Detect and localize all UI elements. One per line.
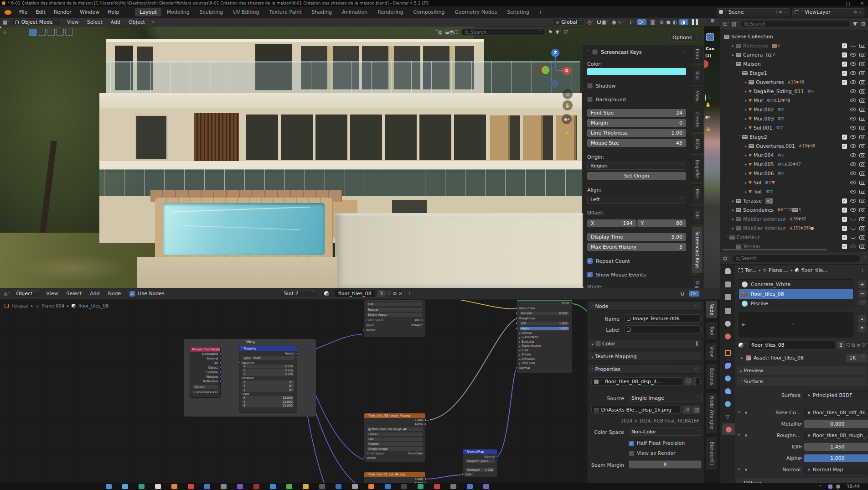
users-count[interactable]: 3	[377, 290, 386, 297]
shading-solid-icon[interactable]: ●	[666, 19, 671, 25]
hide-eye-icon[interactable]	[850, 181, 856, 184]
node-socket[interactable]	[363, 457, 365, 459]
shading-wireframe-icon[interactable]: ⊕	[660, 19, 664, 25]
gizmo-x-ball[interactable]	[704, 60, 708, 68]
sidebar-tab-edit[interactable]: Edit	[691, 206, 703, 224]
resolution-dropdown[interactable]: 1K ˅	[846, 354, 867, 362]
disable-render-icon[interactable]	[859, 71, 865, 75]
taskbar-app-icon[interactable]	[401, 484, 407, 489]
disable-render-icon[interactable]	[859, 53, 865, 57]
outliner-row[interactable]: ▸▼Sol.001⚙▽	[720, 123, 868, 132]
properties-tab-material[interactable]	[722, 423, 735, 435]
align-dropdown[interactable]: Left˅	[587, 196, 686, 203]
outliner-row[interactable]: ▸Mobiler extérieur⅄36▼62✓	[720, 214, 868, 224]
taskbar-app-icon[interactable]	[106, 484, 112, 489]
node-socket[interactable]	[516, 327, 518, 329]
outliner-row[interactable]: ▸▼Toit⚙▽	[720, 187, 868, 196]
shader-menu-add[interactable]: Add	[86, 291, 103, 297]
hide-eye-icon[interactable]	[850, 153, 856, 157]
pin-icon[interactable]: ⟟	[776, 10, 777, 15]
expander-icon[interactable]: ▸	[730, 53, 736, 57]
resize-grip[interactable]: ∷	[792, 322, 795, 326]
fake-user-shield-icon[interactable]: ⛉	[847, 342, 850, 348]
expander-icon[interactable]: ▸	[743, 172, 749, 176]
exclude-checkbox[interactable]: ✓	[842, 52, 847, 57]
node-socket[interactable]	[219, 362, 222, 364]
disable-render-icon[interactable]	[859, 62, 865, 66]
zoom-button[interactable]	[563, 89, 573, 99]
hide-eye-icon[interactable]	[850, 144, 856, 148]
property-field-roughn[interactable]: floor_tiles_08_rough_...	[804, 432, 868, 439]
clock[interactable]: 10:44	[847, 484, 860, 489]
exclude-checkbox[interactable]: ✓	[842, 226, 847, 231]
workspace-tab-modeling[interactable]: Modeling	[162, 8, 194, 16]
taskbar-app-icon[interactable]	[188, 484, 194, 489]
material-slot[interactable]: Piscine	[739, 299, 853, 308]
close-button[interactable]: ✕	[856, 1, 868, 6]
bookmark-icon[interactable]: ⚑	[548, 29, 553, 35]
outliner-search-input[interactable]	[750, 21, 847, 26]
preview-up-button[interactable]: ▲	[858, 315, 866, 323]
add-workspace-button[interactable]: +	[534, 8, 547, 16]
taskbar-app-icon[interactable]	[204, 484, 210, 489]
property-field-baseco[interactable]: floor_tiles_08_diff_4k...	[804, 409, 868, 417]
node-socket[interactable]	[461, 473, 464, 475]
taskbar-app-icon[interactable]	[385, 484, 391, 489]
select-mode-icon[interactable]	[65, 29, 73, 36]
play-icon[interactable]: ▶	[742, 322, 745, 327]
overlay-dropdown[interactable]: ◒◓⛶	[445, 29, 458, 35]
disable-render-icon[interactable]	[859, 199, 865, 203]
disable-render-icon[interactable]	[859, 217, 865, 221]
outliner-row[interactable]: ▸▼Mur.003⚙▽	[720, 114, 868, 123]
workspace-tab-uv-editing[interactable]: UV Editing	[228, 8, 264, 16]
label-field[interactable]	[624, 325, 701, 334]
taskbar-app-icon[interactable]	[368, 484, 374, 489]
workspace-tab-geometry-nodes[interactable]: Geometry Nodes	[450, 8, 501, 16]
workspace-tab-texture-paint[interactable]: Texture Paint	[265, 8, 306, 16]
use-nodes-checkbox[interactable]: ✓	[129, 291, 135, 297]
taskbar-app-icon[interactable]	[303, 484, 309, 489]
disable-render-icon[interactable]	[859, 162, 865, 167]
expander-icon[interactable]: ▸	[743, 99, 749, 103]
workspace-tab-animation[interactable]: Animation	[337, 8, 372, 16]
hide-eye-icon[interactable]	[850, 172, 856, 175]
node-socket[interactable]	[219, 375, 222, 378]
disable-render-icon[interactable]	[859, 235, 865, 240]
unlink-icon[interactable]: ×	[398, 291, 403, 297]
disable-render-icon[interactable]	[859, 153, 865, 157]
lock-view-button[interactable]: 🔓	[562, 128, 572, 138]
outliner-row[interactable]: ▸Mobilier intérieur⅄151▼269✓	[720, 224, 868, 233]
snap-dropdown[interactable]: ▣˅	[602, 19, 608, 25]
options-chevron[interactable]: ˅	[863, 256, 865, 261]
shading-sphere-dropdown[interactable]: ˅◍	[435, 29, 442, 35]
taskbar-app-icon[interactable]	[352, 484, 358, 489]
expander-icon[interactable]: ▸	[743, 162, 749, 167]
hide-eye-icon[interactable]	[850, 53, 856, 57]
property-slider-metallic[interactable]: 0.000	[804, 420, 868, 428]
shader-editor[interactable]: Tiling Texture CoordinateGeneratedNormal…	[0, 288, 720, 490]
taskbar-app-icon[interactable]	[450, 484, 456, 489]
viewport-menu-select[interactable]: Select	[83, 19, 107, 25]
pin-icon[interactable]: ⟟	[408, 291, 410, 297]
node-socket[interactable]	[496, 455, 499, 458]
node-socket[interactable]	[219, 380, 222, 382]
workspace-tab-shading[interactable]: Shading	[307, 8, 337, 16]
properties-tab-data[interactable]: ▽	[720, 411, 735, 422]
hide-eye-icon[interactable]	[850, 236, 856, 239]
tray-chevron[interactable]: ^	[819, 485, 822, 489]
property-field-normal[interactable]: Normal Map	[804, 466, 868, 474]
editor-type-icon[interactable]: ◬˅	[4, 291, 9, 297]
panel-texture-mapping[interactable]: ▸ Texture Mapping∷	[588, 352, 702, 361]
taskbar-app-icon[interactable]	[319, 484, 325, 489]
hide-eye-icon[interactable]	[850, 108, 856, 111]
property-field-surface[interactable]: Principled BSDF	[804, 391, 868, 399]
disable-render-icon[interactable]	[859, 181, 865, 185]
disable-render-icon[interactable]	[859, 108, 865, 112]
disable-render-icon[interactable]	[859, 99, 865, 103]
panel-node[interactable]: ˅ Node∷	[588, 302, 702, 311]
expander-icon[interactable]: ▸	[743, 117, 749, 121]
outliner-row[interactable]: ▸Ouvertures⅄10▼48✓	[720, 78, 868, 87]
mesh-dropdown-icon[interactable]: ▽˅	[862, 343, 867, 347]
tray-icon[interactable]	[828, 485, 832, 489]
outliner-row-root[interactable]: Scene Collection	[720, 32, 868, 41]
